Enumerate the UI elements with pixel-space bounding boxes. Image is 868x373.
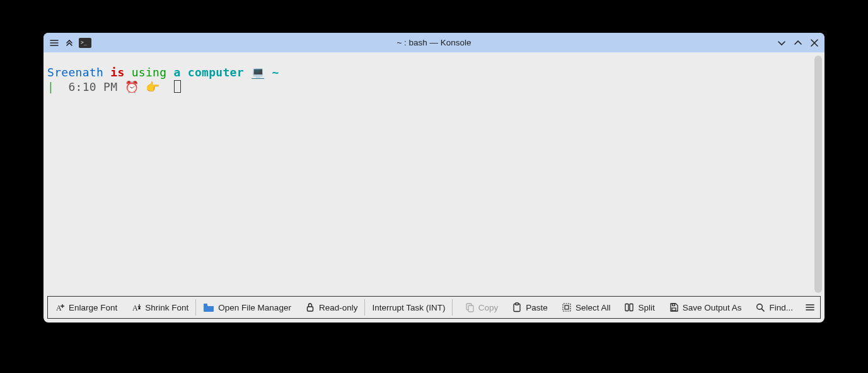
toolbar-label: Find...	[769, 303, 793, 312]
toolbar-label: Copy	[478, 303, 499, 312]
lock-icon	[305, 302, 315, 312]
toolbar-overflow-button[interactable]	[800, 297, 820, 318]
expand-up-button[interactable]	[64, 37, 75, 49]
shrink-font-icon: A	[131, 302, 141, 312]
read-only-button[interactable]: Read-only	[298, 297, 365, 318]
toolbar-spacer	[453, 297, 457, 318]
interrupt-task-button[interactable]: Interrupt Task (INT)	[365, 297, 452, 318]
prompt-is: is	[110, 66, 124, 79]
laptop-emoji: 💻	[251, 66, 265, 79]
titlebar: >_ ~ : bash — Konsole	[43, 33, 825, 52]
prompt-time: 6:10 PM	[61, 80, 124, 93]
prompt-using: using	[132, 66, 167, 79]
copy-button[interactable]: Copy	[458, 297, 506, 318]
folder-icon	[203, 303, 214, 312]
prompt-line-1: Sreenath is using a computer 💻 ~	[47, 65, 811, 80]
clock-emoji: ⏰	[125, 80, 139, 93]
paste-icon	[512, 302, 522, 312]
toolbar-label: Open File Manager	[218, 303, 291, 312]
terminal-content[interactable]: Sreenath is using a computer 💻 ~ | 6:10 …	[43, 52, 814, 296]
svg-rect-13	[672, 304, 674, 306]
svg-rect-3	[307, 307, 313, 311]
toolbar-label: Enlarge Font	[69, 303, 117, 312]
hand-emoji: 👉	[139, 80, 167, 93]
maximize-button[interactable]	[793, 38, 803, 48]
svg-rect-5	[468, 305, 473, 312]
svg-rect-10	[625, 304, 628, 311]
svg-rect-11	[630, 304, 633, 311]
enlarge-font-button[interactable]: A Enlarge Font	[48, 297, 124, 318]
prompt-tilde: ~	[265, 66, 279, 79]
hamburger-icon	[805, 302, 815, 312]
toolbar-label: Read-only	[319, 303, 358, 312]
bottom-toolbar: A Enlarge Font A Shrink Font Open File M…	[47, 296, 821, 319]
svg-text:A: A	[56, 304, 62, 312]
svg-text:A: A	[132, 304, 138, 312]
toolbar-label: Interrupt Task (INT)	[372, 303, 445, 312]
app-menu-button[interactable]	[49, 37, 60, 49]
prompt-line-2: | 6:10 PM ⏰ 👉	[47, 80, 811, 94]
terminal-cursor	[174, 80, 181, 93]
toolbar-label: Select All	[576, 303, 611, 312]
konsole-window: >_ ~ : bash — Konsole Sreenath is using …	[43, 33, 825, 323]
toolbar-label: Shrink Font	[145, 303, 188, 312]
prompt-a-computer: a computer	[166, 66, 251, 79]
prompt-user: Sreenath	[47, 66, 103, 79]
toolbar-label: Paste	[526, 303, 548, 312]
app-icon: >_	[79, 38, 91, 48]
open-file-manager-button[interactable]: Open File Manager	[196, 297, 298, 318]
save-output-button[interactable]: Save Output As	[662, 297, 749, 318]
svg-rect-7	[516, 303, 519, 305]
copy-icon	[465, 302, 475, 312]
titlebar-right	[777, 38, 819, 48]
enlarge-font-icon: A	[55, 302, 65, 312]
search-icon	[755, 302, 765, 312]
prompt-pipe: |	[47, 80, 61, 93]
window-title: ~ : bash — Konsole	[396, 38, 471, 47]
select-all-icon	[562, 302, 572, 312]
svg-rect-9	[565, 305, 569, 309]
close-button[interactable]	[809, 38, 819, 48]
svg-rect-8	[563, 304, 570, 311]
split-button[interactable]: Split	[617, 297, 661, 318]
split-icon	[624, 302, 634, 312]
minimize-button[interactable]	[777, 38, 787, 48]
svg-rect-12	[672, 308, 676, 311]
svg-rect-2	[204, 304, 207, 305]
shrink-font-button[interactable]: A Shrink Font	[124, 297, 195, 318]
paste-button[interactable]: Paste	[505, 297, 555, 318]
terminal-area[interactable]: Sreenath is using a computer 💻 ~ | 6:10 …	[43, 52, 825, 296]
select-all-button[interactable]: Select All	[555, 297, 618, 318]
save-icon	[669, 302, 679, 312]
titlebar-left: >_	[49, 37, 91, 49]
find-button[interactable]: Find...	[748, 297, 800, 318]
scrollbar[interactable]	[814, 56, 822, 293]
toolbar-label: Save Output As	[683, 303, 742, 312]
toolbar-label: Split	[638, 303, 654, 312]
